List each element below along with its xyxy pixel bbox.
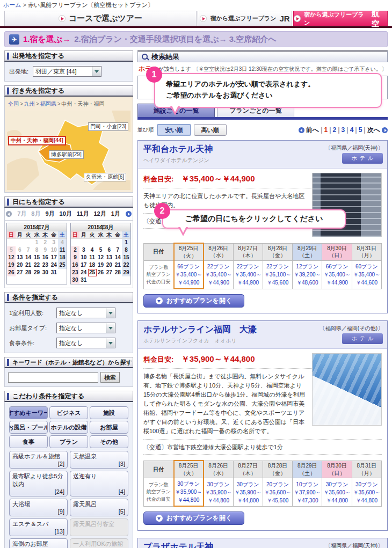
calendar-day[interactable]: 12 <box>7 254 16 261</box>
calendar-day[interactable]: 23 <box>71 269 79 276</box>
calendar-day[interactable]: 4 <box>88 246 97 254</box>
calendar-day[interactable]: 16 <box>41 254 49 261</box>
destination-path-item[interactable]: 福岡県 <box>40 101 56 107</box>
calendar-day[interactable]: 26 <box>97 269 105 276</box>
filter-item[interactable]: 最寄駅より徒歩5分以内[24] <box>9 471 68 496</box>
calendar-day[interactable]: 21 <box>113 261 122 269</box>
filter-tab[interactable]: ホテルの設備 <box>49 421 88 434</box>
open-plans-button[interactable]: おすすめプランを開く <box>143 512 244 525</box>
calendar-day[interactable]: 25 <box>88 269 97 276</box>
calendar-day[interactable]: 14 <box>113 254 122 261</box>
date-cell[interactable]: 8月28日（金） <box>263 461 292 478</box>
sort-button[interactable]: 高い順 <box>194 124 227 136</box>
date-cell[interactable]: 8月31日（月） <box>352 243 381 261</box>
filter-tab[interactable]: おすすめキーワード <box>9 406 48 419</box>
calendar-day[interactable]: 26 <box>7 269 16 276</box>
calendar-day[interactable]: 8 <box>122 246 130 254</box>
filter-item[interactable]: エステ＆スパ[13] <box>9 518 68 536</box>
page-link[interactable]: 3 <box>342 126 345 134</box>
filter-tab[interactable]: お部屋 <box>90 421 128 434</box>
calendar-day[interactable]: 22 <box>33 261 41 269</box>
date-cell[interactable]: 8月26日（水） <box>204 461 233 478</box>
calendar-day[interactable]: 28 <box>113 269 122 276</box>
filter-tab[interactable]: 食事 <box>9 435 48 448</box>
plan-cell[interactable]: 12プラン￥39,200～￥48,600 <box>293 261 322 289</box>
calendar-day[interactable]: 14 <box>24 254 33 261</box>
calendar-day[interactable]: 9 <box>71 254 79 261</box>
plan-cell[interactable]: 10プラン￥37,900～￥47,300 <box>293 478 322 507</box>
departure-select[interactable]: 羽田／東京 [44] <box>33 66 101 77</box>
date-cell[interactable]: 8月30日（日） <box>322 243 352 261</box>
plan-cell[interactable]: 66プラン￥35,400～￥44,900 <box>174 261 204 289</box>
calendar-day[interactable]: 25 <box>58 261 67 269</box>
calendar-day[interactable]: 19 <box>7 261 16 269</box>
date-cell[interactable]: 8月25日（火） <box>174 243 204 261</box>
month-nav-item[interactable]: 1月 <box>111 210 120 218</box>
page-link[interactable]: 2 <box>333 126 337 134</box>
date-cell[interactable]: 8月29日（土） <box>293 461 322 478</box>
calendar-day[interactable]: 15 <box>33 254 41 261</box>
room-type-select[interactable]: 指定なし <box>56 323 115 333</box>
calendar-day[interactable]: 10 <box>79 254 88 261</box>
page-link[interactable]: 5 <box>359 126 362 134</box>
filter-tab[interactable]: その他 <box>90 435 128 448</box>
tab-free-plan-jr[interactable]: 宿から選ぶフリープラン JR <box>198 11 292 26</box>
month-nav-item[interactable]: 7月 <box>17 210 26 218</box>
calendar-day[interactable]: 28 <box>24 269 33 276</box>
filter-tab[interactable]: ビジネス <box>49 406 88 419</box>
map-area-hakata-ekimae[interactable]: 博多駅前[29] <box>49 150 84 159</box>
calendar-day[interactable]: 20 <box>16 261 24 269</box>
calendar-day[interactable]: 18 <box>88 261 97 269</box>
month-nav-item[interactable]: 8月 <box>31 210 40 218</box>
month-nav-item[interactable]: 11月 <box>77 210 89 218</box>
month-nav-item[interactable]: 12月 <box>93 210 106 218</box>
plan-cell[interactable]: 30プラン￥35,900～￥44,800 <box>204 478 233 507</box>
calendar-day[interactable]: 12 <box>97 254 105 261</box>
calendar-day[interactable]: 6 <box>105 246 113 254</box>
plan-cell[interactable]: 20プラン￥36,600～￥45,500 <box>263 478 292 507</box>
calendar-day[interactable]: 16 <box>71 261 79 269</box>
breadcrumb-home-link[interactable]: ホーム <box>3 2 21 8</box>
calendar-day[interactable]: 3 <box>79 246 88 254</box>
date-cell[interactable]: 8月30日（日） <box>322 461 352 478</box>
destination-path-item[interactable]: 全国 <box>8 101 19 107</box>
calendar-day[interactable]: 17 <box>49 254 58 261</box>
month-nav-item[interactable]: 9月 <box>45 210 54 218</box>
tab-course-tour[interactable]: コースで選ぶツアー <box>4 11 197 26</box>
calendar-day[interactable]: 20 <box>105 261 113 269</box>
calendar-day[interactable]: 30 <box>71 276 79 284</box>
room-occupancy-select[interactable]: 指定なし <box>56 308 115 318</box>
tab-free-plan-air[interactable]: 宿から選ぶフリープラン 航空 <box>293 11 388 26</box>
calendar-day[interactable]: 15 <box>122 254 130 261</box>
calendar-day[interactable]: 29 <box>122 269 130 276</box>
calendar-day[interactable]: 11 <box>88 254 97 261</box>
keyword-search-button[interactable]: 検索 <box>100 372 120 383</box>
plan-cell[interactable]: 30プラン￥35,900～￥44,800 <box>233 478 263 507</box>
next-page-link[interactable]: 次へ <box>367 126 380 135</box>
open-plans-button[interactable]: おすすめプランを開く <box>143 294 244 308</box>
calendar-day[interactable]: 24 <box>79 269 88 276</box>
next-page-icon[interactable] <box>382 127 388 133</box>
map-area-moji-kokura[interactable]: 門司・小倉[23] <box>88 122 128 131</box>
plan-cell[interactable]: 60プラン￥35,400～￥44,600 <box>352 261 381 289</box>
plan-cell[interactable]: 30プラン￥35,600～￥44,800 <box>322 478 352 507</box>
plan-cell[interactable]: 66プラン￥35,400～￥44,900 <box>322 261 352 289</box>
calendar-day[interactable]: 21 <box>24 261 33 269</box>
filter-item[interactable]: 送迎有り[4] <box>70 471 128 496</box>
date-cell[interactable]: 8月29日（土） <box>293 243 322 261</box>
filter-item[interactable]: 高級ホテル＆旅館[2] <box>9 451 68 469</box>
calendar-day[interactable]: 5 <box>97 246 105 254</box>
calendar-day[interactable]: 7 <box>113 246 122 254</box>
calendar-day[interactable]: 18 <box>58 254 67 261</box>
calendar-day[interactable]: 27 <box>16 269 24 276</box>
plan-cell[interactable]: 22プラン￥35,400～￥44,900 <box>233 261 263 289</box>
prev-month-icon[interactable] <box>6 211 12 217</box>
map-area-kurume-harazuru[interactable]: 久留米・原鶴[6] <box>84 173 126 181</box>
calendar-day[interactable]: 30 <box>41 269 49 276</box>
filter-item[interactable]: 天然温泉[3] <box>70 451 128 469</box>
plan-cell[interactable]: 30プラン￥35,900～￥44,800 <box>174 478 204 507</box>
calendar-day[interactable]: 27 <box>105 269 113 276</box>
map-area-nakasu-tenjin-selected[interactable]: 中州・天神・福岡[44] <box>8 136 66 145</box>
prev-page-icon[interactable] <box>299 127 304 133</box>
calendar-day[interactable]: 31 <box>79 276 88 284</box>
